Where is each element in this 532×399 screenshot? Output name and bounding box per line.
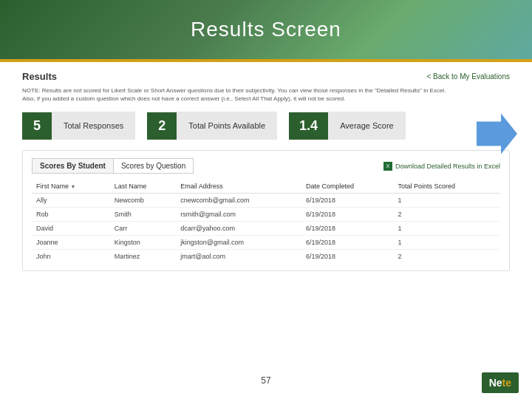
results-title: Results xyxy=(22,71,57,82)
scores-section: Scores By Student Scores by Question X D… xyxy=(22,150,510,271)
cell-first-name: Rob xyxy=(32,208,110,222)
page-footer: 57 xyxy=(0,369,532,392)
total-points-label: Total Points Available xyxy=(177,112,277,140)
tab-scores-by-student[interactable]: Scores By Student xyxy=(32,158,113,174)
cell-date: 6/19/2018 xyxy=(301,194,393,208)
nete-logo-accent: te xyxy=(502,377,511,389)
tabs-container: Scores By Student Scores by Question xyxy=(32,158,194,174)
cell-score: 1 xyxy=(393,194,500,208)
excel-icon: X xyxy=(383,162,392,171)
average-score-value: 1.4 xyxy=(289,112,328,140)
cell-first-name: John xyxy=(32,250,110,264)
page-title: Results Screen xyxy=(191,18,341,41)
table-row: Ally Newcomb cnewcomb@gmail.com 6/19/201… xyxy=(32,194,500,208)
table-row: David Carr dcarr@yahoo.com 6/19/2018 1 xyxy=(32,222,500,236)
scores-tabs-row: Scores By Student Scores by Question X D… xyxy=(32,158,500,174)
table-row: Rob Smith rsmith@gmail.com 6/19/2018 2 xyxy=(32,208,500,222)
cell-date: 6/19/2018 xyxy=(301,222,393,236)
cell-first-name: Joanne xyxy=(32,236,110,250)
cell-email: jkingston@gmail.com xyxy=(176,236,301,250)
tab-scores-by-question[interactable]: Scores by Question xyxy=(113,158,194,174)
page-number: 57 xyxy=(261,375,270,386)
arrow-decoration xyxy=(477,113,517,154)
cell-score: 1 xyxy=(393,236,500,250)
cell-score: 1 xyxy=(393,222,500,236)
nete-logo: Nete xyxy=(482,372,519,393)
cell-last-name: Smith xyxy=(110,208,177,222)
cell-date: 6/19/2018 xyxy=(301,250,393,264)
stats-row: 5 Total Responses 2 Total Points Availab… xyxy=(22,112,510,140)
total-responses-value: 5 xyxy=(22,112,52,140)
cell-first-name: David xyxy=(32,222,110,236)
results-header: Results < Back to My Evaluations xyxy=(22,71,510,82)
cell-email: dcarr@yahoo.com xyxy=(176,222,301,236)
cell-last-name: Newcomb xyxy=(110,194,177,208)
average-score-label: Average Score xyxy=(328,112,406,140)
table-body: Ally Newcomb cnewcomb@gmail.com 6/19/201… xyxy=(32,194,500,264)
total-responses-block: 5 Total Responses xyxy=(22,112,135,140)
table-row: John Martinez jmart@aol.com 6/19/2018 2 xyxy=(32,250,500,264)
cell-last-name: Martinez xyxy=(110,250,177,264)
col-score: Total Points Scored xyxy=(393,180,500,194)
col-email: Email Address xyxy=(176,180,301,194)
note-text: NOTE: Results are not scored for Likert … xyxy=(22,86,451,103)
main-content: Results < Back to My Evaluations NOTE: R… xyxy=(0,62,532,279)
cell-score: 2 xyxy=(393,250,500,264)
cell-email: rsmith@gmail.com xyxy=(176,208,301,222)
col-first-name: First Name ▼ xyxy=(32,180,110,194)
total-responses-label: Total Responses xyxy=(52,112,135,140)
col-date: Date Completed xyxy=(301,180,393,194)
cell-last-name: Carr xyxy=(110,222,177,236)
download-label: Download Detailed Results in Excel xyxy=(395,163,500,170)
total-points-block: 2 Total Points Available xyxy=(147,112,277,140)
cell-date: 6/19/2018 xyxy=(301,236,393,250)
cell-email: jmart@aol.com xyxy=(176,250,301,264)
results-table: First Name ▼ Last Name Email Address Dat… xyxy=(32,180,500,263)
sort-icon: ▼ xyxy=(71,184,76,189)
back-link[interactable]: < Back to My Evaluations xyxy=(426,72,510,81)
table-row: Joanne Kingston jkingston@gmail.com 6/19… xyxy=(32,236,500,250)
download-link[interactable]: X Download Detailed Results in Excel xyxy=(383,162,500,171)
col-last-name: Last Name xyxy=(110,180,177,194)
cell-date: 6/19/2018 xyxy=(301,208,393,222)
cell-last-name: Kingston xyxy=(110,236,177,250)
total-points-value: 2 xyxy=(147,112,177,140)
page-header: Results Screen xyxy=(0,0,532,59)
average-score-block: 1.4 Average Score xyxy=(289,112,406,140)
cell-score: 2 xyxy=(393,208,500,222)
cell-first-name: Ally xyxy=(32,194,110,208)
table-header-row: First Name ▼ Last Name Email Address Dat… xyxy=(32,180,500,194)
cell-email: cnewcomb@gmail.com xyxy=(176,194,301,208)
